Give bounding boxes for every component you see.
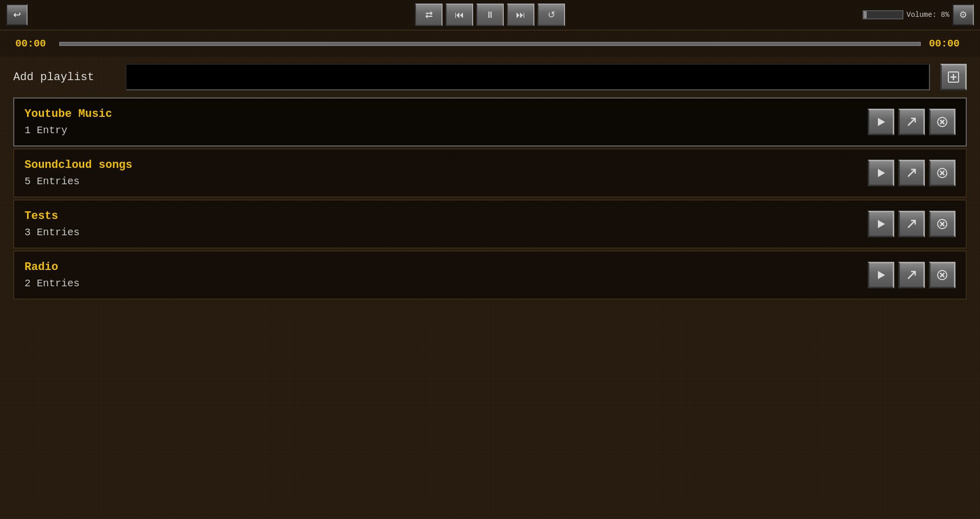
time-current: 00:00 — [15, 38, 51, 50]
back-icon: ↩ — [13, 9, 21, 20]
next-button[interactable]: ⏭ — [507, 4, 534, 26]
playlist-name: Youtube Music — [24, 108, 868, 120]
next-icon: ⏭ — [516, 10, 525, 20]
play-playlist-button[interactable] — [868, 262, 894, 288]
seek-track[interactable] — [59, 42, 921, 46]
play-playlist-button[interactable] — [868, 211, 894, 237]
add-playlist-row: Add playlist — [0, 57, 980, 97]
playlist-info: Soundcloud songs 5 Entries — [24, 159, 868, 187]
remove-playlist-button[interactable] — [929, 160, 955, 186]
add-playlist-button[interactable] — [940, 64, 967, 90]
playlist-name: Soundcloud songs — [24, 159, 868, 171]
playlist-info: Radio 2 Entries — [24, 261, 868, 289]
playlist-item: Youtube Music 1 Entry — [13, 97, 967, 146]
volume-label: Volume: 8% — [906, 11, 949, 19]
shuffle-icon: ⇄ — [425, 9, 433, 20]
remove-playlist-button[interactable] — [929, 109, 955, 135]
seek-bar-area: 00:00 00:00 — [0, 31, 980, 57]
add-icon — [946, 70, 961, 84]
svg-marker-3 — [878, 118, 885, 126]
playlist-info: Youtube Music 1 Entry — [24, 108, 868, 136]
play-icon — [875, 218, 887, 230]
shuffle-button[interactable]: ⇄ — [415, 4, 443, 26]
play-playlist-button[interactable] — [868, 160, 894, 186]
volume-bar[interactable] — [863, 10, 903, 19]
close-icon — [937, 116, 948, 128]
svg-marker-7 — [878, 169, 885, 177]
playlist-name: Radio — [24, 261, 868, 274]
transport-controls: ⇄ ⏮ ⏸ ⏭ ↺ — [415, 4, 565, 26]
playlist-actions — [868, 160, 955, 186]
play-icon — [875, 116, 887, 128]
repeat-icon: ↺ — [548, 9, 555, 20]
prev-icon: ⏮ — [455, 10, 464, 20]
playlist-name: Tests — [24, 210, 868, 223]
add-playlist-label: Add playlist — [13, 71, 115, 84]
playlist-info: Tests 3 Entries — [24, 210, 868, 238]
play-playlist-button[interactable] — [868, 109, 894, 135]
export-playlist-button[interactable] — [898, 109, 925, 135]
playlist-list: Youtube Music 1 Entry — [0, 97, 980, 302]
time-total: 00:00 — [929, 38, 965, 50]
settings-button[interactable]: ⚙ — [952, 4, 974, 26]
play-icon — [875, 269, 887, 281]
svg-marker-11 — [878, 220, 885, 228]
export-playlist-button[interactable] — [898, 160, 925, 186]
pause-button[interactable]: ⏸ — [476, 4, 504, 26]
playlist-actions — [868, 262, 955, 288]
playlist-item: Soundcloud songs 5 Entries — [13, 149, 967, 197]
play-icon — [875, 167, 887, 179]
remove-playlist-button[interactable] — [929, 262, 955, 288]
svg-marker-15 — [878, 271, 885, 279]
playlist-entries: 3 Entries — [24, 227, 868, 238]
volume-area: Volume: 8% — [863, 10, 949, 19]
export-icon — [906, 167, 917, 179]
playlist-entries: 5 Entries — [24, 176, 868, 187]
close-icon — [937, 269, 948, 281]
playlist-item: Tests 3 Entries — [13, 200, 967, 249]
add-playlist-input[interactable] — [126, 64, 930, 90]
prev-button[interactable]: ⏮ — [446, 4, 473, 26]
export-icon — [906, 116, 917, 128]
volume-fill — [864, 11, 867, 18]
remove-playlist-button[interactable] — [929, 211, 955, 237]
export-icon — [906, 218, 917, 230]
close-icon — [937, 167, 948, 179]
export-playlist-button[interactable] — [898, 211, 925, 237]
back-button[interactable]: ↩ — [6, 4, 28, 26]
playlist-actions — [868, 211, 955, 237]
pause-icon: ⏸ — [485, 10, 495, 20]
export-icon — [906, 269, 917, 281]
playlist-entries: 1 Entry — [24, 125, 868, 136]
settings-icon: ⚙ — [959, 9, 967, 20]
top-bar: ↩ ⇄ ⏮ ⏸ ⏭ ↺ Volume: 8% ⚙ — [0, 0, 980, 31]
repeat-button[interactable]: ↺ — [537, 4, 565, 26]
playlist-actions — [868, 109, 955, 135]
playlist-entries: 2 Entries — [24, 278, 868, 289]
playlist-item: Radio 2 Entries — [13, 251, 967, 300]
close-icon — [937, 218, 948, 230]
export-playlist-button[interactable] — [898, 262, 925, 288]
